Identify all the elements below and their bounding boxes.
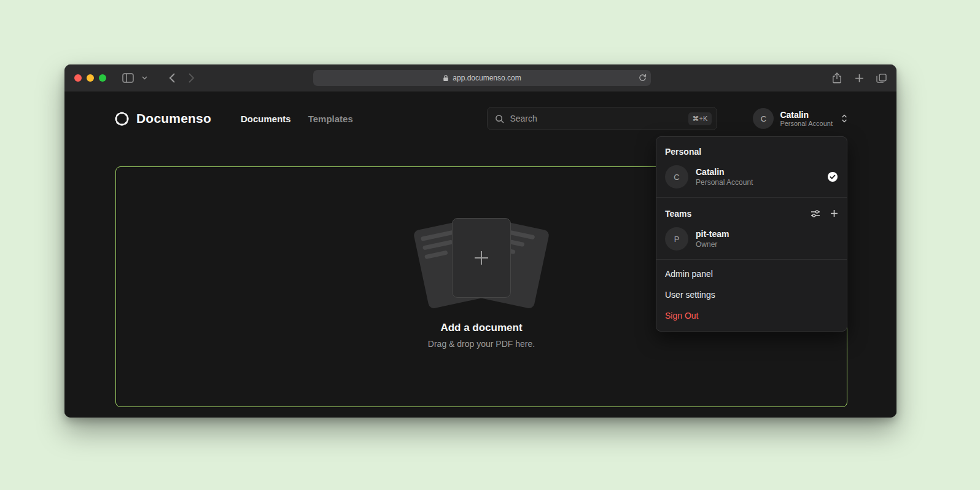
toolbar-nav-icons xyxy=(120,69,200,87)
share-icon xyxy=(832,72,842,84)
personal-account-item[interactable]: C Catalin Personal Account xyxy=(656,160,847,193)
sidebar-menu-chevron[interactable] xyxy=(139,69,149,87)
reload-icon xyxy=(639,74,647,82)
account-menu-button[interactable]: C Catalin Personal Account xyxy=(753,108,847,129)
select-chevrons-icon xyxy=(841,114,847,123)
toolbar-right-icons xyxy=(829,69,889,87)
plus-icon xyxy=(830,209,838,217)
selected-check-icon xyxy=(827,171,838,182)
sidebar-toggle-button[interactable] xyxy=(120,69,136,87)
team-avatar: P xyxy=(665,227,688,251)
sidebar-icon xyxy=(122,73,134,83)
teams-label-text: Teams xyxy=(665,209,691,219)
create-team-button[interactable] xyxy=(830,209,838,218)
divider xyxy=(656,197,847,198)
brand-name: Documenso xyxy=(136,111,211,126)
new-tab-button[interactable] xyxy=(851,69,867,87)
account-subtitle: Personal Account xyxy=(780,120,833,128)
account-name: Catalin xyxy=(780,110,833,120)
search-icon xyxy=(495,114,504,123)
chevron-down-icon xyxy=(142,76,147,80)
divider xyxy=(656,259,847,260)
dropzone-subtitle: Drag & drop your PDF here. xyxy=(116,339,847,349)
document-card-front xyxy=(452,218,511,298)
tabs-icon xyxy=(876,74,887,83)
documenso-seal-icon xyxy=(114,111,130,127)
chevron-right-icon xyxy=(189,73,195,83)
traffic-lights xyxy=(74,74,106,82)
team-role: Owner xyxy=(696,240,729,249)
lock-icon xyxy=(443,74,449,82)
personal-name: Catalin xyxy=(696,167,753,177)
team-item-pit-team[interactable]: P pit-team Owner xyxy=(656,222,847,255)
plus-icon xyxy=(855,74,864,83)
personal-section-label: Personal xyxy=(656,139,847,160)
url-text: app.documenso.com xyxy=(453,74,521,82)
tab-overview-button[interactable] xyxy=(873,69,889,87)
team-name: pit-team xyxy=(696,229,729,239)
account-avatar: C xyxy=(753,108,774,129)
menu-item-user-settings[interactable]: User settings xyxy=(656,284,847,305)
add-plus-icon xyxy=(471,247,492,268)
menu-item-admin-panel[interactable]: Admin panel xyxy=(656,263,847,284)
share-button[interactable] xyxy=(829,69,845,87)
documents-illustration xyxy=(411,218,552,311)
desktop-background: app.documenso.com xyxy=(0,0,980,490)
browser-window: app.documenso.com xyxy=(64,64,896,418)
documenso-app: Documenso Documents Templates Search ⌘+K… xyxy=(64,91,896,418)
sliders-icon xyxy=(811,209,820,218)
account-dropdown-menu: Personal C Catalin Personal Account Team… xyxy=(656,136,847,332)
zoom-window-button[interactable] xyxy=(99,74,106,82)
personal-subtitle: Personal Account xyxy=(696,178,753,187)
address-bar[interactable]: app.documenso.com xyxy=(313,70,651,86)
nav-documents[interactable]: Documents xyxy=(241,114,291,124)
menu-item-sign-out[interactable]: Sign Out xyxy=(656,305,847,326)
forward-button[interactable] xyxy=(184,69,200,87)
browser-toolbar: app.documenso.com xyxy=(64,64,896,91)
nav-templates[interactable]: Templates xyxy=(308,114,353,124)
search-placeholder: Search xyxy=(510,114,537,123)
close-window-button[interactable] xyxy=(74,74,82,82)
back-button[interactable] xyxy=(164,69,180,87)
reload-button[interactable] xyxy=(639,74,647,84)
chevron-left-icon xyxy=(169,73,175,83)
minimize-window-button[interactable] xyxy=(87,74,94,82)
search-shortcut-badge: ⌘+K xyxy=(688,112,712,125)
teams-section-label: Teams xyxy=(656,201,847,222)
search-input[interactable]: Search ⌘+K xyxy=(487,107,717,130)
documenso-logo[interactable]: Documenso xyxy=(114,111,211,127)
main-nav: Documents Templates xyxy=(241,114,353,124)
personal-avatar: C xyxy=(665,165,688,189)
manage-teams-button[interactable] xyxy=(811,209,820,218)
